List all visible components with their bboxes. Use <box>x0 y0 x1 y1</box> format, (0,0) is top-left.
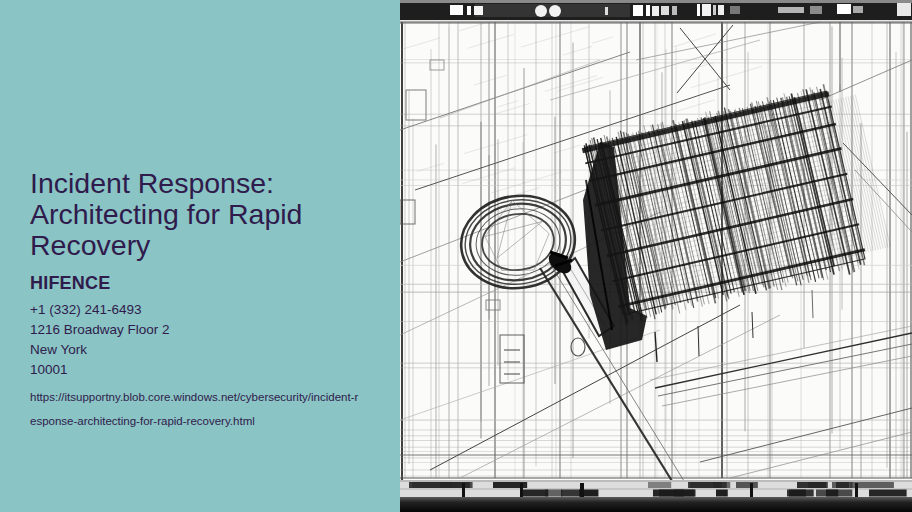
illustration-panel <box>400 0 912 512</box>
phone-number: +1 (332) 241-6493 <box>30 300 374 320</box>
page-title: Incident Response: Architecting for Rapi… <box>30 168 360 261</box>
content-card: Incident Response: Architecting for Rapi… <box>0 0 912 512</box>
address-city: New York <box>30 340 374 360</box>
address-street: 1216 Broadway Floor 2 <box>30 320 374 340</box>
company-name: HIFENCE <box>30 273 374 294</box>
contact-block: +1 (332) 241-6493 1216 Broadway Floor 2 … <box>30 300 374 380</box>
wireframe-sketch-image <box>400 0 912 512</box>
address-zip: 10001 <box>30 360 374 380</box>
info-panel: Incident Response: Architecting for Rapi… <box>0 0 400 512</box>
source-url-line1: https://itsupportny.blob.core.windows.ne… <box>30 390 374 404</box>
source-url-line2: esponse-architecting-for-rapid-recovery.… <box>30 414 374 428</box>
